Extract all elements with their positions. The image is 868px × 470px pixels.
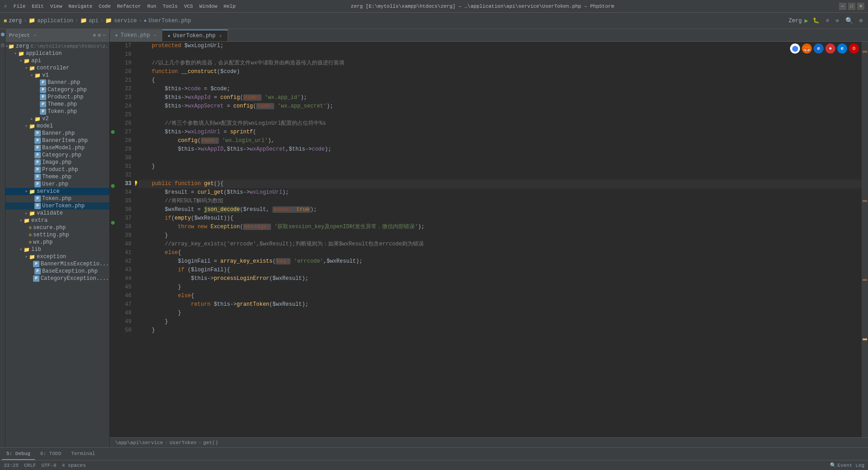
tree-banner-php[interactable]: ▸ P Banner.php: [5, 79, 109, 86]
coverage-button[interactable]: ⊙: [824, 16, 831, 25]
todo-tab-label: 6: TODO: [40, 451, 61, 456]
gutter-30: [110, 156, 116, 165]
tree-product-model[interactable]: ▸ P Product.php: [5, 166, 109, 173]
build-button[interactable]: ⚒: [834, 16, 841, 25]
breadcrumb-service[interactable]: service: [114, 18, 136, 24]
tree-controller[interactable]: ▾ 📁 controller: [5, 64, 109, 72]
search-everywhere-button[interactable]: 🔍: [844, 16, 855, 25]
menu-code[interactable]: Code: [96, 3, 113, 10]
menu-edit[interactable]: Edit: [29, 3, 46, 10]
close-button[interactable]: ✕: [857, 3, 864, 10]
code-line-50: }: [139, 326, 862, 335]
activity-project-icon[interactable]: [1, 33, 5, 36]
panel-add-icon[interactable]: ⊕: [93, 32, 96, 38]
firefox-icon[interactable]: 🦊: [802, 44, 812, 54]
code-editor[interactable]: protected $wxLoginUrl; //以上几个参数的构造器，会从配置…: [135, 42, 862, 437]
tree-extra[interactable]: ▾ 📁 extra: [5, 217, 109, 224]
breadcrumb-get-method[interactable]: get(): [203, 440, 218, 446]
menu-file[interactable]: File: [11, 3, 28, 10]
intention-bulb[interactable]: 💡: [135, 180, 139, 188]
tree-setting[interactable]: ▸ ⚙ setting.php: [5, 231, 109, 239]
tree-model[interactable]: ▾ 📁 model: [5, 122, 109, 130]
gutter-36: [110, 210, 116, 219]
run-button[interactable]: ▶: [805, 17, 808, 24]
menu-refactor[interactable]: Refactor: [114, 3, 144, 10]
todo-tab[interactable]: 6: TODO: [36, 448, 66, 460]
minimize-button[interactable]: ─: [839, 3, 846, 10]
tree-banneritem-model[interactable]: ▸ P BannerItem.php: [5, 137, 109, 144]
status-position[interactable]: 33:25: [4, 463, 19, 468]
status-encoding[interactable]: UTF-8: [41, 463, 56, 468]
code-line-41: else{: [139, 249, 862, 257]
maximize-button[interactable]: □: [848, 3, 855, 10]
activity-favorites-icon[interactable]: [1, 44, 5, 47]
ie-icon[interactable]: e: [814, 44, 824, 54]
tree-wx[interactable]: ▸ ⚙ wx.php: [5, 239, 109, 246]
chrome-icon[interactable]: ⬤: [790, 44, 800, 54]
opera-icon[interactable]: O: [849, 44, 859, 54]
tree-usertoken-service[interactable]: ▸ P UserToken.php: [5, 202, 109, 210]
breadcrumb-app-service[interactable]: \app\api\service: [115, 440, 163, 446]
status-indent[interactable]: 4 spaces: [62, 463, 86, 468]
panel-settings-icon[interactable]: ⚙: [98, 32, 101, 38]
debug-tab[interactable]: 5: Debug: [2, 448, 35, 460]
tree-token-service[interactable]: ▸ P Token.php: [5, 195, 109, 202]
tree-v1[interactable]: ▾ 📁 v1: [5, 72, 109, 79]
tree-category-model[interactable]: ▸ P Category.php: [5, 152, 109, 159]
menu-run[interactable]: Run: [145, 3, 159, 10]
status-encoding-text: UTF-8: [41, 463, 56, 468]
menu-help[interactable]: Help: [221, 3, 238, 10]
tab-close-usertoken[interactable]: ✕: [219, 33, 222, 39]
tree-validate[interactable]: ▸ 📁 validate: [5, 210, 109, 217]
project-dropdown-icon[interactable]: ▾: [34, 33, 36, 38]
tree-api[interactable]: ▾ 📁 api: [5, 57, 109, 64]
gutter-50: [110, 333, 116, 342]
breadcrumb-usertoken[interactable]: UserToken: [170, 440, 196, 446]
panel-collapse-icon[interactable]: —: [102, 32, 106, 38]
edge-icon[interactable]: e: [837, 44, 847, 54]
tree-secure[interactable]: ▸ ⚙ secure.php: [5, 224, 109, 231]
tree-service-folder[interactable]: ▾ 📁 service: [5, 188, 109, 195]
reload-icon[interactable]: ●: [825, 44, 835, 54]
menu-vcs[interactable]: VCS: [181, 3, 196, 10]
tab-usertoken-php[interactable]: ● UserToken.php ✕: [162, 29, 228, 41]
tree-token-php-ctrl[interactable]: ▸ P Token.php: [5, 108, 109, 115]
tree-lib[interactable]: ▾ 📁 lib: [5, 246, 109, 253]
tree-user-model[interactable]: ▸ P User.php: [5, 181, 109, 188]
breadcrumb-file[interactable]: UserToken.php: [149, 18, 191, 24]
gutter-22: [110, 85, 116, 93]
menu-navigate[interactable]: Navigate: [66, 3, 95, 10]
tab-close-token[interactable]: ✕: [154, 33, 156, 38]
tree-bannermiss[interactable]: ▸ P BannerMissExceptio...: [5, 260, 109, 268]
tree-basemodel[interactable]: ▸ P BaseModel.php: [5, 144, 109, 152]
settings-button[interactable]: ⚙: [858, 16, 864, 25]
tree-application[interactable]: ▾ 📁 application: [5, 50, 109, 57]
status-line-sep[interactable]: CRLF: [24, 463, 36, 468]
tree-v2[interactable]: ▸ 📁 v2: [5, 115, 109, 122]
breadcrumb-zerg[interactable]: zerg: [9, 18, 22, 24]
status-event-log[interactable]: 🔍 Event Log: [830, 462, 864, 468]
tree-category-php-ctrl[interactable]: ▸ P Category.php: [5, 86, 109, 93]
debug-button[interactable]: 🐛: [811, 16, 821, 25]
menu-window[interactable]: Window: [197, 3, 220, 10]
terminal-tab[interactable]: Terminal: [67, 448, 100, 460]
tree-label-application: application: [26, 50, 62, 57]
breadcrumb-api[interactable]: api: [89, 18, 99, 24]
tree-label-controller: controller: [37, 65, 69, 71]
tree-theme-php-ctrl[interactable]: ▸ P Theme.php: [5, 101, 109, 108]
project-folder-icon: ◼: [4, 17, 7, 24]
tab-token-php[interactable]: ● Token.php ✕: [110, 29, 162, 41]
menu-view[interactable]: View: [48, 3, 65, 10]
tree-exception[interactable]: ▾ 📁 exception: [5, 253, 109, 260]
script-icon-secure: ⚙: [29, 225, 32, 230]
tree-root-zerg[interactable]: ▾ 📁 zerg E:\mytolls\xampp\htdocs\z...: [5, 43, 109, 50]
tree-product-php-ctrl[interactable]: ▸ P Product.php: [5, 93, 109, 101]
menu-tools[interactable]: Tools: [160, 3, 180, 10]
code-line-30: [139, 154, 862, 162]
tree-banner-model[interactable]: ▸ P Banner.php: [5, 130, 109, 137]
breadcrumb-application[interactable]: application: [37, 18, 73, 24]
tree-image-model[interactable]: ▸ P Image.php: [5, 159, 109, 166]
tree-baseexception[interactable]: ▸ P BaseException.php: [5, 268, 109, 275]
tree-theme-model[interactable]: ▸ P Theme.php: [5, 173, 109, 181]
tree-categoryexception[interactable]: ▸ P CategoryException....: [5, 275, 109, 282]
